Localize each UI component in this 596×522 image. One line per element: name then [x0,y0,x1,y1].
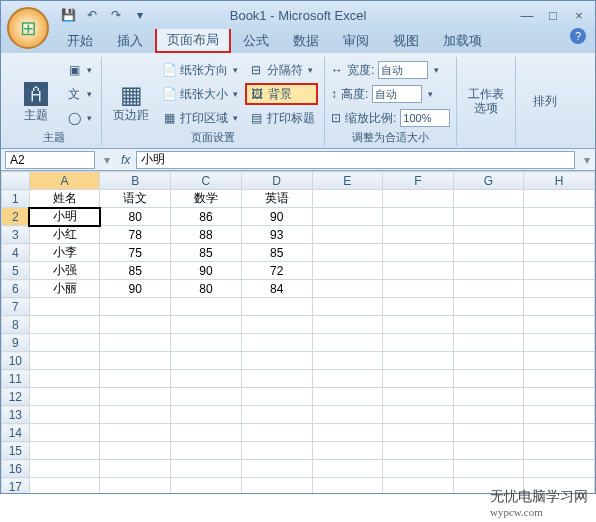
cell[interactable] [453,244,524,262]
cell[interactable] [100,352,171,370]
print-titles-button[interactable]: ▤打印标题 [245,107,318,129]
col-header-D[interactable]: D [241,172,312,190]
cell[interactable]: 小丽 [29,280,100,298]
cell[interactable] [241,352,312,370]
theme-fonts-button[interactable]: 文▾ [63,83,95,105]
cell[interactable] [100,460,171,478]
cell[interactable] [383,208,454,226]
cell[interactable] [312,208,383,226]
print-area-button[interactable]: ▦打印区域▾ [158,107,241,129]
cell[interactable] [383,298,454,316]
cell[interactable]: 85 [100,262,171,280]
height-select[interactable]: 自动 [372,85,422,103]
cell[interactable] [29,298,100,316]
cell[interactable] [312,244,383,262]
cell[interactable] [241,370,312,388]
cell[interactable] [383,388,454,406]
cell[interactable] [453,406,524,424]
cell[interactable] [524,262,595,280]
cell[interactable]: 72 [241,262,312,280]
cell[interactable]: 小红 [29,226,100,244]
cell[interactable] [312,478,383,494]
row-header-17[interactable]: 17 [2,478,30,494]
cell[interactable] [100,316,171,334]
row-header-2[interactable]: 2 [2,208,30,226]
cell[interactable] [383,352,454,370]
worksheet-area[interactable]: ABCDEFGH1姓名语文数学英语2小明8086903小红7888934小李75… [1,171,595,493]
cell[interactable] [383,190,454,208]
cell[interactable] [312,370,383,388]
cell[interactable] [524,298,595,316]
row-header-12[interactable]: 12 [2,388,30,406]
cell[interactable] [383,442,454,460]
name-box[interactable]: A2 [5,151,95,169]
cell[interactable] [312,442,383,460]
cell[interactable] [312,262,383,280]
cell[interactable]: 84 [241,280,312,298]
cell[interactable] [171,478,242,494]
cell[interactable] [453,298,524,316]
row-header-10[interactable]: 10 [2,352,30,370]
col-header-G[interactable]: G [453,172,524,190]
cell[interactable] [453,442,524,460]
cell[interactable] [171,352,242,370]
cell[interactable] [29,370,100,388]
width-select[interactable]: 自动 [378,61,428,79]
cell[interactable] [453,262,524,280]
help-icon[interactable]: ? [570,28,586,44]
cell[interactable] [453,226,524,244]
cell[interactable] [312,280,383,298]
close-button[interactable]: × [567,7,591,23]
tab-7[interactable]: 加载项 [431,29,494,53]
cell[interactable] [171,460,242,478]
tab-2[interactable]: 页面布局 [155,27,231,53]
cell[interactable] [524,244,595,262]
cell[interactable]: 78 [100,226,171,244]
tab-6[interactable]: 视图 [381,29,431,53]
row-header-13[interactable]: 13 [2,406,30,424]
formula-expand-icon[interactable]: ▾ [579,153,595,167]
col-header-H[interactable]: H [524,172,595,190]
cell[interactable] [29,334,100,352]
select-all-corner[interactable] [2,172,30,190]
cell[interactable] [453,316,524,334]
cell[interactable]: 85 [171,244,242,262]
cell[interactable] [171,442,242,460]
qat-more-icon[interactable]: ▾ [131,6,149,24]
row-header-4[interactable]: 4 [2,244,30,262]
cell[interactable]: 93 [241,226,312,244]
cell[interactable] [383,424,454,442]
cell[interactable] [29,388,100,406]
cell[interactable] [171,424,242,442]
size-button[interactable]: 📄纸张大小▾ [158,83,241,105]
cell[interactable] [453,370,524,388]
col-header-F[interactable]: F [383,172,454,190]
cell[interactable] [453,352,524,370]
cell[interactable] [383,406,454,424]
row-header-7[interactable]: 7 [2,298,30,316]
cell[interactable]: 80 [171,280,242,298]
col-header-E[interactable]: E [312,172,383,190]
row-header-8[interactable]: 8 [2,316,30,334]
cell[interactable] [312,424,383,442]
namebox-dropdown-icon[interactable]: ▾ [99,153,115,167]
cell[interactable] [171,370,242,388]
cell[interactable] [100,442,171,460]
cell[interactable]: 85 [241,244,312,262]
cell[interactable] [312,190,383,208]
cell[interactable] [100,298,171,316]
cell[interactable] [453,208,524,226]
cell[interactable] [383,280,454,298]
cell[interactable] [29,442,100,460]
cell[interactable] [524,460,595,478]
fx-label[interactable]: fx [115,153,136,167]
qat-redo-icon[interactable]: ↷ [107,6,125,24]
cell[interactable] [524,352,595,370]
row-header-3[interactable]: 3 [2,226,30,244]
cell[interactable]: 小强 [29,262,100,280]
cell[interactable] [100,406,171,424]
cell[interactable] [241,334,312,352]
cell[interactable]: 86 [171,208,242,226]
col-header-A[interactable]: A [29,172,100,190]
orientation-button[interactable]: 📄纸张方向▾ [158,59,241,81]
